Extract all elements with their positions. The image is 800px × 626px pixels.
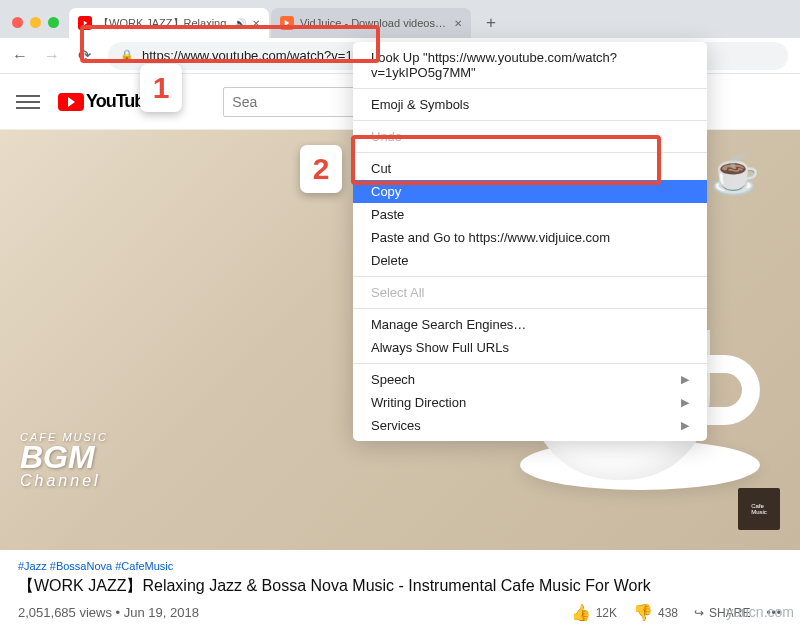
url-text: https://www.youtube.com/watch?v=1ykIP [142, 48, 378, 63]
ctx-selectall: Select All [353, 281, 707, 304]
browser-tab-1[interactable]: 【WORK JAZZ】Relaxing 🔊 ✕ [69, 8, 269, 38]
close-icon[interactable] [12, 17, 23, 28]
ctx-undo: Undo [353, 125, 707, 148]
coffee-icon: ☕ [710, 150, 760, 197]
cafe-music-badge: CafeMusic [738, 488, 780, 530]
chevron-right-icon: ▶ [681, 396, 689, 409]
ctx-paste[interactable]: Paste [353, 203, 707, 226]
maximize-icon[interactable] [48, 17, 59, 28]
thumbs-down-icon: 👎 [633, 603, 653, 622]
ctx-writing[interactable]: Writing Direction▶ [353, 391, 707, 414]
dislike-button[interactable]: 👎438 [633, 603, 678, 622]
callout-1: 1 [140, 64, 182, 112]
reload-button[interactable]: ⟳ [70, 42, 98, 70]
share-icon: ↪ [694, 606, 704, 620]
view-count: 2,051,685 views • Jun 19, 2018 [18, 605, 199, 620]
hashtags[interactable]: #Jazz #BossaNova #CafeMusic [18, 560, 782, 572]
ctx-copy[interactable]: Copy [353, 180, 707, 203]
lock-icon: 🔒 [120, 49, 134, 62]
chevron-right-icon: ▶ [681, 419, 689, 432]
menu-icon[interactable] [16, 90, 40, 114]
ctx-full-urls[interactable]: Always Show Full URLs [353, 336, 707, 359]
ctx-delete[interactable]: Delete [353, 249, 707, 272]
close-tab-icon[interactable]: ✕ [454, 18, 462, 29]
context-menu: Look Up "https://www.youtube.com/watch?v… [353, 42, 707, 441]
ctx-manage-search[interactable]: Manage Search Engines… [353, 313, 707, 336]
ctx-paste-go[interactable]: Paste and Go to https://www.vidjuice.com [353, 226, 707, 249]
tab-title: 【WORK JAZZ】Relaxing [98, 16, 228, 31]
play-icon [58, 93, 84, 111]
tab-title: VidJuice - Download videos an [300, 17, 448, 29]
channel-watermark: CAFE MUSIC BGM Channel [20, 431, 108, 490]
window-controls [8, 17, 69, 38]
like-button[interactable]: 👍12K [571, 603, 617, 622]
close-tab-icon[interactable]: ✕ [252, 18, 260, 29]
ctx-lookup[interactable]: Look Up "https://www.youtube.com/watch?v… [353, 46, 707, 84]
forward-button[interactable]: → [38, 42, 66, 70]
browser-tab-2[interactable]: VidJuice - Download videos an ✕ [271, 8, 471, 38]
ctx-services[interactable]: Services▶ [353, 414, 707, 437]
vidjuice-icon [280, 16, 294, 30]
new-tab-button[interactable]: + [477, 9, 505, 37]
ctx-emoji[interactable]: Emoji & Symbols [353, 93, 707, 116]
thumbs-up-icon: 👍 [571, 603, 591, 622]
minimize-icon[interactable] [30, 17, 41, 28]
back-button[interactable]: ← [6, 42, 34, 70]
speaker-icon[interactable]: 🔊 [234, 18, 246, 29]
watermark: yuucn.com [726, 604, 794, 620]
ctx-speech[interactable]: Speech▶ [353, 368, 707, 391]
youtube-icon [78, 16, 92, 30]
video-info: #Jazz #BossaNova #CafeMusic 【WORK JAZZ】R… [0, 550, 800, 626]
ctx-cut[interactable]: Cut [353, 157, 707, 180]
tab-strip: 【WORK JAZZ】Relaxing 🔊 ✕ VidJuice - Downl… [0, 0, 800, 38]
video-title: 【WORK JAZZ】Relaxing Jazz & Bossa Nova Mu… [18, 576, 782, 597]
callout-2: 2 [300, 145, 342, 193]
chevron-right-icon: ▶ [681, 373, 689, 386]
